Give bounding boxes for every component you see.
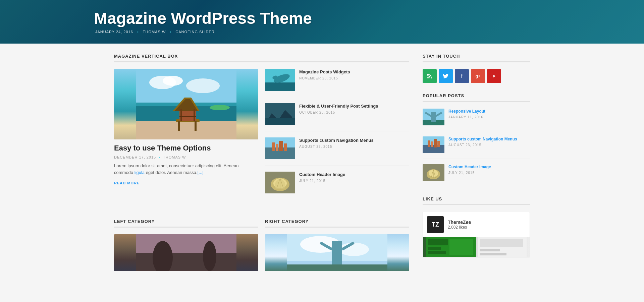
popular-posts-label: POPULAR POSTS <box>423 93 530 102</box>
pop-thumb-town2 <box>423 136 444 153</box>
themezee-logo: TZ <box>427 216 444 233</box>
featured-post-author: THOMAS W <box>163 155 186 159</box>
pop-info: Supports custom Navigation Menus AUGUST … <box>448 136 517 147</box>
featured-post-meta: DECEMBER 17, 2015 • THOMAS W <box>114 155 258 159</box>
pop-title-2[interactable]: Supports custom Navigation Menus <box>448 136 517 142</box>
post-title-1[interactable]: Magazine Posts Widgets <box>299 69 350 75</box>
svg-rect-57 <box>423 136 444 145</box>
facebook-icon: f <box>461 73 463 79</box>
featured-post-excerpt: Lorem ipsum dolor sit amet, consectetuer… <box>114 163 258 177</box>
right-cat-svg <box>265 234 409 271</box>
post-title-3[interactable]: Supports custom Navigation Menus <box>299 137 374 143</box>
svg-rect-60 <box>431 141 433 147</box>
header-content: Magazine WordPress Theme JANUARY 24, 201… <box>94 10 312 34</box>
svg-rect-29 <box>284 143 287 151</box>
facebook-button[interactable]: f <box>455 69 469 83</box>
like-us-preview-image <box>423 237 530 257</box>
featured-post-image <box>114 69 258 139</box>
social-buttons: f g+ <box>423 69 530 83</box>
header-meta: JANUARY 24, 2016 • THOMAS W • CANOEING S… <box>94 30 312 34</box>
popular-post-item: Custom Header Image JULY 21, 2015 <box>423 164 530 186</box>
right-category-label: RIGHT CATEGORY <box>265 219 409 228</box>
pop-thumb-shell2 <box>423 164 444 181</box>
svg-rect-77 <box>480 253 506 255</box>
beach-hut-svg <box>114 69 258 139</box>
pop-date-3: JULY 21, 2015 <box>448 171 491 175</box>
header-title: Magazine WordPress Theme <box>94 10 312 27</box>
featured-meta-dot: • <box>159 155 160 159</box>
post-date-4: JULY 21, 2015 <box>299 179 345 183</box>
youtube-button[interactable] <box>487 69 501 83</box>
rss-button[interactable] <box>423 69 437 83</box>
post-info: Flexible & User-Friendly Post Settings O… <box>299 103 378 114</box>
svg-point-40 <box>203 241 216 271</box>
site-body: MAGAZINE VERTICAL BOX <box>107 44 537 281</box>
google-button[interactable]: g+ <box>471 69 485 83</box>
svg-point-6 <box>210 105 230 110</box>
featured-post-title[interactable]: Easy to use Theme Options <box>114 143 258 153</box>
svg-rect-73 <box>449 239 473 255</box>
list-item: Flexible & User-Friendly Post Settings O… <box>265 103 409 131</box>
mvb-post-list: Magazine Posts Widgets NOVEMBER 28, 2015 <box>265 69 409 205</box>
post-title-2[interactable]: Flexible & User-Friendly Post Settings <box>299 103 378 109</box>
post-date-1: NOVEMBER 28, 2015 <box>299 76 350 80</box>
pop-date-1: JANUARY 11, 2016 <box>448 115 485 119</box>
svg-rect-70 <box>428 239 448 245</box>
read-more-link[interactable]: READ MORE <box>114 181 140 185</box>
svg-rect-37 <box>136 234 236 254</box>
twitter-icon <box>443 73 449 79</box>
themezee-name: ThemeZee <box>448 220 471 225</box>
svg-rect-61 <box>434 139 437 147</box>
post-thumb-town <box>265 137 295 159</box>
left-cat-svg <box>114 234 258 271</box>
like-us-widget: TZ ThemeZee 2,002 likes <box>423 212 530 257</box>
svg-rect-27 <box>276 144 278 151</box>
header-category: CANOEING SLIDER <box>175 30 214 34</box>
shell-svg <box>265 172 295 193</box>
svg-rect-71 <box>428 247 441 250</box>
left-category-label: LEFT CATEGORY <box>114 219 258 228</box>
post-thumb-dolphin <box>265 69 295 91</box>
mvb-layout: Easy to use Theme Options DECEMBER 17, 2… <box>114 69 409 205</box>
post-thumb-shell <box>265 172 295 193</box>
magazine-vertical-box: MAGAZINE VERTICAL BOX <box>114 54 409 205</box>
right-category: RIGHT CATEGORY <box>265 219 409 271</box>
pop-info: Custom Header Image JULY 21, 2015 <box>448 164 491 175</box>
svg-rect-18 <box>265 82 295 91</box>
twitter-button[interactable] <box>439 69 453 83</box>
svg-rect-16 <box>179 116 196 117</box>
left-category: LEFT CATEGORY <box>114 219 258 271</box>
post-thumb-rocks <box>265 103 295 125</box>
svg-rect-58 <box>423 145 444 153</box>
svg-rect-72 <box>428 251 446 254</box>
youtube-icon <box>491 74 497 78</box>
google-icon: g+ <box>476 74 480 78</box>
excerpt-link1[interactable]: ligula <box>135 170 145 175</box>
svg-rect-28 <box>279 141 283 151</box>
svg-rect-75 <box>480 239 523 247</box>
svg-rect-48 <box>287 264 387 271</box>
popular-post-item: Responsive Layout JANUARY 11, 2016 <box>423 109 530 131</box>
pop-title-1[interactable]: Responsive Layout <box>448 109 485 114</box>
header-date: JANUARY 24, 2016 <box>95 30 133 34</box>
svg-rect-26 <box>272 142 275 151</box>
rocks-svg <box>265 103 295 125</box>
popular-posts-section: POPULAR POSTS Responsive Layout JANUARY … <box>423 93 530 186</box>
excerpt-ellipsis: [...] <box>198 170 204 175</box>
post-title-4[interactable]: Custom Header Image <box>299 172 345 178</box>
svg-rect-76 <box>480 249 500 251</box>
like-us-inner: TZ ThemeZee 2,002 likes <box>423 212 530 237</box>
town2-thumb-svg <box>423 136 444 153</box>
themezee-info: ThemeZee 2,002 likes <box>448 220 471 230</box>
svg-rect-38 <box>136 253 236 271</box>
main-content: MAGAZINE VERTICAL BOX <box>114 54 409 271</box>
post-date-2: OCTOBER 28, 2015 <box>299 111 378 114</box>
pop-title-3[interactable]: Custom Header Image <box>448 164 491 170</box>
dolphin-svg <box>265 69 295 91</box>
post-info: Supports custom Navigation Menus AUGUST … <box>299 137 374 148</box>
svg-rect-54 <box>431 112 436 122</box>
left-category-image <box>114 234 258 271</box>
rss-icon <box>427 73 433 79</box>
categories-row: LEFT CATEGORY RIGHT CATEGORY <box>114 219 409 271</box>
mvb-featured-post: Easy to use Theme Options DECEMBER 17, 2… <box>114 69 258 205</box>
